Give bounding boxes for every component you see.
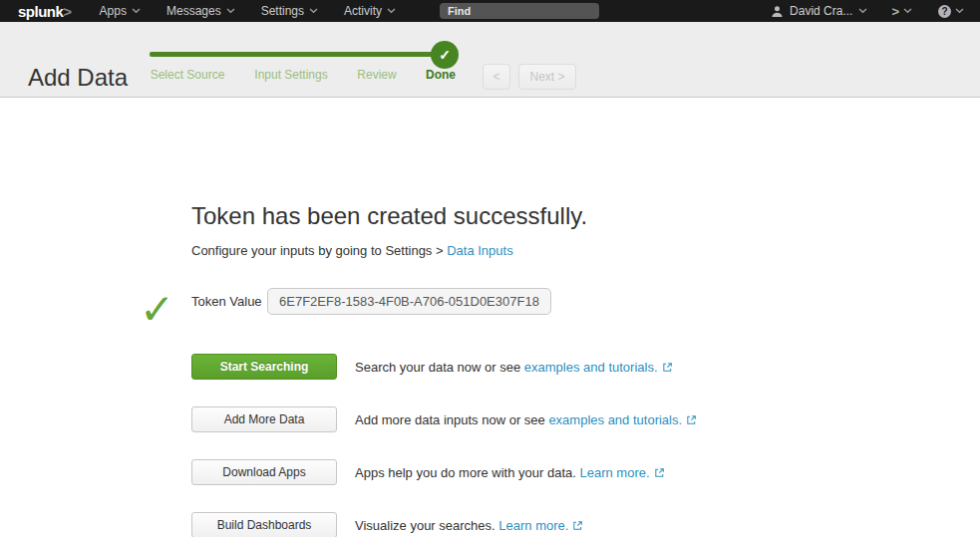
action-row-download-apps: Download Apps Apps help you do more with… — [191, 459, 980, 485]
learn-more-link[interactable]: Learn more. — [498, 518, 568, 533]
step-input-settings[interactable]: Input Settings — [254, 68, 327, 82]
splunk-logo-text: splunk — [18, 3, 63, 20]
action-description: Add more data inputs now or see — [355, 412, 548, 427]
wizard-stepper: ✓ Select Source Input Settings Review Do… — [150, 22, 459, 98]
nav-settings-label: Settings — [261, 4, 304, 18]
next-button[interactable]: Next > — [518, 64, 576, 90]
chevron-down-icon — [858, 8, 867, 14]
launcher-menu[interactable]: > — [891, 4, 912, 19]
chevron-down-icon — [903, 8, 912, 14]
back-button[interactable]: < — [483, 64, 510, 90]
success-check-icon: ✓ — [140, 289, 174, 331]
learn-more-link[interactable]: Learn more. — [579, 465, 649, 480]
page-header: Add Data ✓ Select Source Input Settings … — [0, 22, 980, 98]
external-link-icon[interactable] — [686, 414, 697, 425]
start-searching-button[interactable]: Start Searching — [191, 354, 337, 380]
chevron-down-icon — [132, 8, 141, 14]
find-search-input[interactable] — [440, 3, 599, 19]
nav-activity-label: Activity — [344, 4, 382, 18]
nav-messages[interactable]: Messages — [166, 4, 235, 18]
data-inputs-link[interactable]: Data Inputs — [447, 243, 513, 258]
subtitle-text: Configure your inputs by going to Settin… — [191, 243, 447, 258]
add-more-data-button[interactable]: Add More Data — [191, 406, 337, 432]
nav-apps-label: Apps — [100, 4, 127, 18]
user-icon — [771, 5, 784, 18]
examples-tutorials-link[interactable]: examples and tutorials. — [548, 412, 682, 427]
stepper-progress-line — [150, 52, 439, 57]
download-apps-button[interactable]: Download Apps — [191, 459, 337, 485]
chevron-down-icon — [226, 8, 235, 14]
action-text: Search your data now or see examples and… — [355, 360, 673, 375]
action-row-add-more-data: Add More Data Add more data inputs now o… — [191, 406, 980, 432]
success-title: Token has been created successfully. — [191, 202, 980, 230]
action-row-start-searching: Start Searching Search your data now or … — [191, 354, 980, 380]
chevron-down-icon — [955, 8, 964, 14]
action-description: Search your data now or see — [355, 360, 524, 375]
token-row: Token Value 6E7F2EF8-1583-4F0B-A706-051D… — [191, 288, 980, 315]
step-review[interactable]: Review — [357, 68, 396, 82]
help-icon: ? — [938, 5, 951, 18]
help-menu[interactable]: ? — [938, 5, 964, 18]
external-link-icon[interactable] — [572, 520, 583, 531]
user-menu[interactable]: David Cra... — [771, 4, 867, 18]
action-text: Apps help you do more with your data. Le… — [355, 465, 665, 480]
step-done: Done — [426, 68, 456, 82]
token-value-field[interactable]: 6E7F2EF8-1583-4F0B-A706-051D0E307F18 — [267, 288, 551, 315]
action-text: Visualize your searches. Learn more. — [355, 518, 583, 533]
success-subtitle: Configure your inputs by going to Settin… — [191, 243, 980, 258]
topbar: splunk> Apps Messages Settings Activity … — [0, 0, 980, 22]
examples-tutorials-link[interactable]: examples and tutorials. — [524, 360, 658, 375]
user-name: David Cra... — [790, 4, 852, 18]
external-link-icon[interactable] — [662, 362, 673, 373]
nav-settings[interactable]: Settings — [261, 4, 318, 18]
splunk-logo[interactable]: splunk> — [18, 3, 72, 20]
chevron-down-icon — [387, 8, 396, 14]
action-text: Add more data inputs now or see examples… — [355, 412, 697, 427]
token-value-label: Token Value — [191, 294, 267, 309]
nav-activity[interactable]: Activity — [344, 4, 396, 18]
launcher-icon: > — [891, 4, 899, 19]
action-row-build-dashboards: Build Dashboards Visualize your searches… — [191, 512, 980, 537]
main-content: ✓ Token has been created successfully. C… — [0, 98, 980, 537]
page-title: Add Data — [28, 64, 128, 92]
chevron-down-icon — [309, 8, 318, 14]
stepper-done-check-icon: ✓ — [431, 41, 459, 69]
step-select-source[interactable]: Select Source — [151, 68, 225, 82]
external-link-icon[interactable] — [654, 467, 665, 478]
build-dashboards-button[interactable]: Build Dashboards — [191, 512, 337, 537]
action-description: Apps help you do more with your data. — [355, 465, 579, 480]
nav-messages-label: Messages — [166, 4, 221, 18]
nav-apps[interactable]: Apps — [100, 4, 141, 18]
splunk-logo-arrow: > — [63, 3, 71, 20]
action-description: Visualize your searches. — [355, 518, 498, 533]
action-list: Start Searching Search your data now or … — [191, 354, 980, 537]
